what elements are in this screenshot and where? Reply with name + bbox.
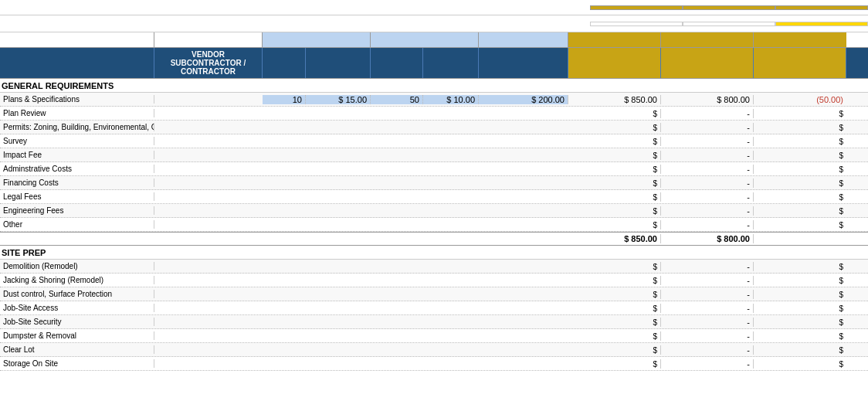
table-row[interactable]: Jacking & Shoring (Remodel)$-$	[0, 274, 868, 287]
table-row[interactable]: Dumpster & Removal$-$	[0, 329, 868, 343]
underover-subheader	[754, 48, 846, 78]
table-row[interactable]: Financing Costs$-$	[0, 176, 868, 190]
table-row[interactable]: Legal Fees$-$	[0, 190, 868, 204]
actual-summary-value	[683, 22, 775, 26]
units-subheader	[371, 48, 423, 78]
vendor-group-spacer	[154, 32, 263, 47]
table-row[interactable]: Dust control, Surface Protection$-$	[0, 287, 868, 301]
table-row[interactable]: Engineering Fees$-$	[0, 204, 868, 218]
budget-subheader	[568, 48, 661, 78]
table-row[interactable]: Impact Fee$-$	[0, 148, 868, 162]
materials-group-header	[371, 32, 479, 47]
section-header-1: SITE PREP	[0, 246, 868, 260]
actual-group-header	[661, 32, 754, 47]
fixed-cost-group-header	[479, 32, 568, 47]
table-row[interactable]: Storage On Site$-$	[0, 357, 868, 371]
top-summary-bar	[0, 0, 868, 15]
actual-subheader	[661, 48, 754, 78]
table-row[interactable]: Permits: Zoning, Building, Environementa…	[0, 121, 868, 134]
labor-group-header	[263, 32, 371, 47]
actual-summary-label	[683, 5, 775, 10]
rate-subheader	[306, 48, 371, 78]
vendor-subheader: VENDORSUBCONTRACTOR /CONTRACTOR	[154, 48, 263, 78]
table-row[interactable]: Plans & Specifications10$ 15.0050$ 10.00…	[0, 93, 868, 107]
table-row[interactable]: Plan Review$-$	[0, 107, 868, 121]
section-title-1: SITE PREP	[0, 248, 154, 257]
fixed-subheader	[479, 48, 568, 78]
budget-summary-value	[590, 22, 683, 26]
budget-summary-label	[590, 5, 683, 10]
section-title-0: GENERAL REQUIREMENTS	[0, 81, 154, 90]
budget-group-header	[568, 32, 661, 47]
subtotal-row-0: $ 850.00$ 800.00	[0, 232, 868, 246]
table-row[interactable]: Job-Site Security$-$	[0, 315, 868, 329]
underover-summary-value	[775, 22, 868, 26]
data-area: GENERAL REQUIREMENTSPlans & Specificatio…	[0, 79, 868, 401]
hrs-subheader	[263, 48, 306, 78]
table-row[interactable]: Other$-$	[0, 218, 868, 232]
underover-summary-label	[775, 5, 868, 10]
task-group-spacer	[0, 32, 154, 47]
underover-group-header	[754, 32, 846, 47]
table-row[interactable]: Demolition (Remodel)$-$	[0, 260, 868, 274]
table-row[interactable]: Clear Lot$-$	[0, 343, 868, 357]
task-subheader	[0, 48, 154, 78]
sub-column-headers: VENDORSUBCONTRACTOR /CONTRACTOR	[0, 48, 868, 79]
table-row[interactable]: Survey$-$	[0, 134, 868, 148]
column-group-headers	[0, 32, 868, 48]
perunit-subheader	[423, 48, 479, 78]
table-row[interactable]: Job-Site Access$-$	[0, 301, 868, 315]
table-row[interactable]: Adminstrative Costs$-$	[0, 162, 868, 176]
top-values-bar	[0, 15, 868, 32]
section-header-0: GENERAL REQUIREMENTS	[0, 79, 868, 93]
